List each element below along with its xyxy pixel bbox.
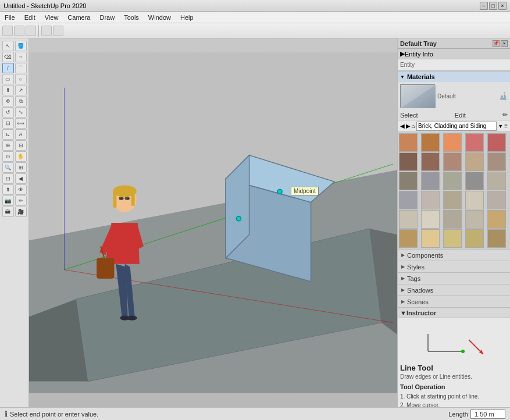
zoom-extents-tool[interactable]: ⊡	[2, 173, 14, 184]
pencil-icon[interactable]: ✏	[502, 111, 508, 119]
rotate-tool[interactable]: ↺	[2, 107, 14, 118]
minimize-button[interactable]: −	[480, 2, 488, 10]
close-button[interactable]: ×	[498, 2, 507, 10]
material-swatch-brick-warm-3[interactable]	[421, 229, 440, 248]
length-input[interactable]: 1.50 m	[470, 410, 505, 419]
menu-edit[interactable]: Edit	[20, 13, 40, 22]
section-plane-tool[interactable]: ⊟	[15, 140, 27, 151]
push-pull-tool[interactable]: ⬆	[2, 85, 14, 95]
material-swatch-stone-8[interactable]	[443, 191, 462, 209]
scale-tool[interactable]: ⤡	[15, 107, 27, 118]
menu-file[interactable]: File	[0, 13, 20, 22]
tags-panel[interactable]: ▶ Tags	[398, 273, 510, 284]
copy-tool[interactable]: ⧉	[15, 96, 27, 106]
material-swatch-stone-3[interactable]	[443, 172, 462, 190]
material-swatch-brick-10[interactable]	[487, 152, 506, 171]
material-swatch-brick-8[interactable]	[443, 152, 462, 171]
home-icon[interactable]: ⌂	[412, 123, 415, 129]
nav-forward-icon[interactable]: ▶	[406, 123, 411, 129]
toolbar-open[interactable]	[14, 26, 24, 36]
material-swatch-stone-2[interactable]	[421, 172, 440, 190]
tray-pin-button[interactable]: 📌	[493, 40, 500, 47]
line-tool[interactable]: /	[2, 63, 14, 73]
material-dropdown-arrow[interactable]: ▼	[498, 123, 503, 129]
material-swatch-stone-14[interactable]	[465, 210, 484, 229]
materials-header[interactable]: ▼ Materials	[398, 72, 510, 82]
material-swatch-stone-11[interactable]	[399, 210, 418, 229]
pan-tool[interactable]: ✋	[15, 151, 27, 162]
menu-camera[interactable]: Camera	[63, 13, 95, 22]
advanced-camera[interactable]: 🎥	[15, 207, 27, 217]
material-swatch-brick-3[interactable]	[443, 133, 462, 152]
material-details-icon[interactable]: ≡	[504, 123, 508, 129]
toolbar-undo[interactable]	[41, 26, 52, 36]
axes-tool[interactable]: ⊕	[2, 140, 14, 151]
material-swatch-brick-5[interactable]	[487, 133, 506, 152]
zoom-tool[interactable]: 🔍	[2, 162, 14, 173]
material-swatch-brick-6[interactable]	[399, 152, 418, 171]
zoom-window-tool[interactable]: ⊞	[15, 162, 27, 173]
edit-tab[interactable]: Edit	[455, 112, 466, 119]
follow-me-tool[interactable]: ↗	[15, 85, 27, 95]
components-panel[interactable]: ▶ Components	[398, 250, 510, 261]
material-swatch-stone-4[interactable]	[465, 172, 484, 190]
styles-panel[interactable]: ▶ Styles	[398, 261, 510, 273]
viewport[interactable]: Midpoint	[29, 38, 397, 407]
material-swatch-brick-warm-1[interactable]	[487, 210, 506, 229]
material-swatch-stone-5[interactable]	[487, 172, 506, 190]
look-around-tool[interactable]: 👁	[15, 184, 27, 195]
nav-back-icon[interactable]: ◀	[400, 123, 405, 129]
circle-tool[interactable]: ○	[15, 74, 27, 84]
material-swatch-brick-warm-5[interactable]	[465, 229, 484, 248]
menu-draw[interactable]: Draw	[95, 13, 119, 22]
scenes-panel[interactable]: ▶ Scenes	[398, 296, 510, 308]
material-swatch-stone-10[interactable]	[487, 191, 506, 209]
material-swatch-stone-7[interactable]	[421, 191, 440, 209]
previous-tool[interactable]: ◀	[15, 173, 27, 184]
orbit-tool[interactable]: ⊙	[2, 151, 14, 162]
material-swatch-brick-9[interactable]	[465, 152, 484, 171]
material-swatch-brick-warm-2[interactable]	[399, 229, 418, 248]
protractor-tool[interactable]: ⊾	[2, 129, 14, 140]
maximize-button[interactable]: □	[489, 2, 497, 10]
freehand-tool[interactable]: ✏	[15, 195, 27, 206]
rectangle-tool[interactable]: ▭	[2, 74, 14, 84]
entity-info-header[interactable]: ▶ Entity Info	[398, 49, 510, 59]
material-swatch-brick-2[interactable]	[421, 133, 440, 152]
menu-help[interactable]: Help	[176, 13, 198, 22]
eraser-tool[interactable]: ⌫	[2, 52, 14, 62]
sandbox-from-scratch[interactable]: 🏔	[2, 207, 14, 217]
menu-view[interactable]: View	[40, 13, 63, 22]
offset-tool[interactable]: ⊡	[2, 118, 14, 129]
dimension-tool[interactable]: ⟺	[15, 118, 27, 129]
menu-tools[interactable]: Tools	[119, 13, 144, 22]
select-tool[interactable]: ↖	[2, 41, 14, 51]
tray-close-button[interactable]: ×	[501, 40, 508, 47]
material-swatch-stone-6[interactable]	[399, 191, 418, 209]
paint-bucket-tool[interactable]: 🪣	[15, 41, 27, 51]
material-swatch-brick-7[interactable]	[421, 152, 440, 171]
material-swatch-brick-4[interactable]	[465, 133, 484, 152]
material-swatch-brick-1[interactable]	[399, 133, 418, 152]
material-swatch-brick-warm-4[interactable]	[443, 229, 462, 248]
position-camera-tool[interactable]: 📷	[2, 195, 14, 206]
instructor-header[interactable]: ▼ Instructor	[398, 308, 510, 318]
toolbar-new[interactable]	[2, 26, 13, 36]
material-swatch-brick-warm-6[interactable]	[487, 229, 506, 248]
menu-window[interactable]: Window	[144, 13, 176, 22]
material-category-input[interactable]	[416, 122, 497, 131]
move-tool[interactable]: ✥	[2, 96, 14, 106]
shadows-panel[interactable]: ▶ Shadows	[398, 284, 510, 296]
material-swatch-stone-9[interactable]	[465, 191, 484, 209]
material-swatch-stone-12[interactable]	[421, 210, 440, 229]
material-swatch-stone-1[interactable]	[399, 172, 418, 190]
material-eyedropper-icon[interactable]: 🔬	[499, 92, 508, 100]
walk-tool[interactable]: ⬆	[2, 184, 14, 195]
material-swatch-stone-13[interactable]	[443, 210, 462, 229]
toolbar-redo[interactable]	[53, 26, 63, 36]
tape-measure-tool[interactable]: ╌	[15, 52, 27, 62]
select-tab[interactable]: Select	[400, 112, 418, 119]
toolbar-save[interactable]	[26, 26, 36, 36]
text-tool[interactable]: A	[15, 129, 27, 140]
arc-tool[interactable]: ⌒	[15, 63, 27, 73]
